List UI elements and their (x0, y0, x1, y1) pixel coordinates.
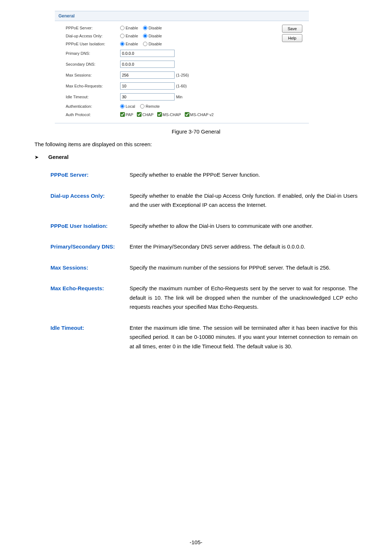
check-chap[interactable] (137, 112, 142, 117)
def-term: Idle Timeout: (50, 323, 123, 351)
label-pppoe-server: PPPoE Server: (66, 26, 120, 30)
check-label: CHAP (142, 112, 154, 117)
radio-dialup-enable[interactable] (120, 34, 124, 38)
def-dns: Primary/Secondary DNS: Enter the Primary… (50, 242, 358, 251)
radio-label: Enable (126, 26, 138, 30)
def-desc: Enter the Primary/Secondary DNS server a… (130, 242, 358, 251)
input-idle-timeout[interactable] (120, 93, 175, 100)
def-idle-timeout: Idle Timeout: Enter the maximum idle tim… (50, 323, 358, 351)
check-mschap[interactable] (157, 112, 162, 117)
check-label: MS-CHAP (163, 112, 181, 117)
panel-body: Save Help PPPoE Server: Enable Disable D… (55, 21, 309, 123)
section-title: General (48, 154, 69, 160)
suffix-idle-timeout: Min (176, 95, 183, 99)
label-max-sessions: Max Sessions: (66, 73, 120, 77)
arrowhead-icon: ➤ (34, 155, 39, 160)
def-max-echo: Max Echo-Requests: Specify the maximum n… (50, 284, 358, 312)
radio-label: Local (126, 104, 135, 108)
panel-title: General (55, 11, 309, 21)
def-desc: Specify the maximum number of Echo-Reque… (130, 284, 358, 312)
row-authentication: Authentication: Local Remote (55, 102, 309, 110)
radio-label: Enable (126, 42, 138, 46)
def-term: PPPoE User Isolation: (50, 221, 123, 231)
def-desc: Enter the maximum idle time. The session… (130, 323, 358, 351)
help-button[interactable]: Help (282, 34, 302, 42)
suffix-max-echo: (1-60) (176, 84, 187, 88)
def-desc: Specify the maximum number of the sessio… (130, 263, 358, 272)
check-mschapv2[interactable] (185, 112, 189, 117)
radio-dialup-disable[interactable] (143, 34, 147, 38)
def-desc: Specify whether to enable the PPPoE Serv… (130, 170, 358, 180)
label-auth-protocol: Auth Protocol: (66, 112, 120, 117)
label-authentication: Authentication: (66, 104, 120, 108)
label-primary-dns: Primary DNS: (66, 51, 120, 56)
row-primary-dns: Primary DNS: (55, 48, 309, 59)
def-term: PPPoE Server: (50, 170, 123, 180)
check-label: MS-CHAP v2 (190, 112, 214, 117)
def-term: Dial-up Access Only: (50, 191, 123, 210)
radio-isolation-disable[interactable] (143, 42, 147, 46)
def-term: Max Sessions: (50, 263, 123, 272)
def-term: Primary/Secondary DNS: (50, 242, 123, 251)
radio-label: Disable (148, 34, 162, 38)
row-isolation: PPPoE User Isolation: Enable Disable (55, 40, 309, 48)
input-secondary-dns[interactable] (120, 61, 175, 68)
def-dialup: Dial-up Access Only: Specify whether to … (50, 191, 358, 210)
row-pppoe-server: PPPoE Server: Enable Disable (55, 24, 309, 32)
check-label: PAP (126, 112, 133, 117)
label-isolation: PPPoE User Isolation: (66, 42, 120, 46)
input-max-sessions[interactable] (120, 71, 175, 79)
general-panel: General Save Help PPPoE Server: Enable D… (55, 11, 309, 123)
input-primary-dns[interactable] (120, 50, 175, 57)
page-number: -105- (0, 539, 392, 545)
label-secondary-dns: Secondary DNS: (66, 62, 120, 66)
label-idle-timeout: Idle Timeout: (66, 95, 120, 99)
save-button[interactable]: Save (282, 25, 302, 33)
radio-label: Disable (148, 26, 162, 30)
radio-label: Remote (146, 104, 160, 108)
radio-pppoe-disable[interactable] (143, 26, 147, 30)
figure-caption: Figure 3-70 General (34, 128, 358, 135)
intro-text: The following items are displayed on thi… (34, 141, 358, 147)
def-desc: Specify whether to enable the Dial-up Ac… (130, 191, 358, 210)
radio-auth-local[interactable] (120, 104, 124, 108)
suffix-max-sessions: (1-256) (176, 73, 189, 77)
label-dialup: Dial-up Access Only: (66, 34, 120, 38)
section-heading: ➤ General (34, 154, 358, 160)
input-max-echo[interactable] (120, 82, 175, 90)
side-buttons: Save Help (282, 25, 302, 42)
radio-label: Enable (126, 34, 138, 38)
radio-pppoe-enable[interactable] (120, 26, 124, 30)
definitions-list: PPPoE Server: Specify whether to enable … (50, 170, 358, 351)
radio-isolation-enable[interactable] (120, 42, 124, 46)
def-term: Max Echo-Requests: (50, 284, 123, 312)
def-desc: Specify whether to allow the Dial-in Use… (130, 221, 358, 231)
check-pap[interactable] (120, 112, 125, 117)
radio-label: Disable (148, 42, 162, 46)
radio-auth-remote[interactable] (140, 104, 144, 108)
def-pppoe-server: PPPoE Server: Specify whether to enable … (50, 170, 358, 180)
row-auth-protocol: Auth Protocol: PAP CHAP MS-CHAP MS-CHAP … (55, 110, 309, 119)
label-max-echo: Max Echo-Requests: (66, 84, 120, 88)
def-isolation: PPPoE User Isolation: Specify whether to… (50, 221, 358, 231)
def-max-sessions: Max Sessions: Specify the maximum number… (50, 263, 358, 272)
row-max-echo: Max Echo-Requests: (1-60) (55, 81, 309, 91)
row-idle-timeout: Idle Timeout: Min (55, 91, 309, 102)
row-dialup: Dial-up Access Only: Enable Disable (55, 32, 309, 40)
row-secondary-dns: Secondary DNS: (55, 59, 309, 70)
row-max-sessions: Max Sessions: (1-256) (55, 70, 309, 81)
